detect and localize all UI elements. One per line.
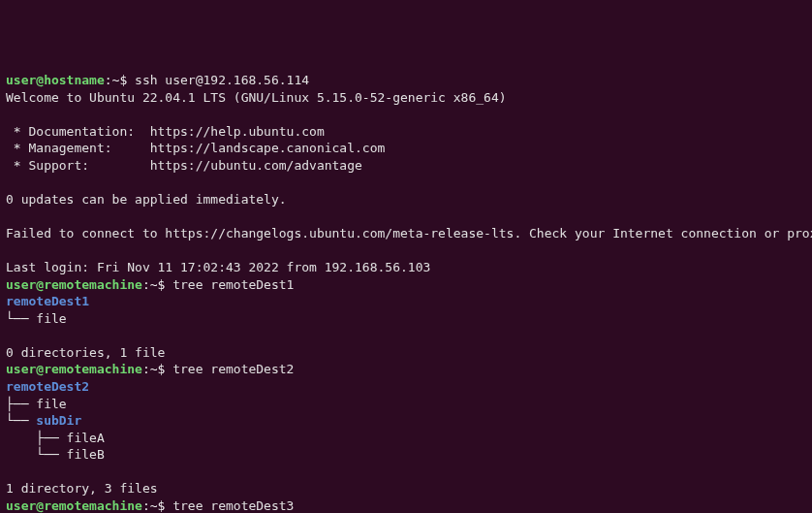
- tree-summary: 1 directory, 3 files: [6, 481, 158, 496]
- welcome-line: Welcome to Ubuntu 22.04.1 LTS (GNU/Linux…: [6, 90, 507, 105]
- command-text: ssh user@192.168.56.114: [135, 73, 309, 87]
- prompt-sep: :~: [142, 362, 158, 376]
- prompt-dollar: $: [158, 498, 173, 513]
- command-text: tree remoteDest3: [172, 498, 294, 513]
- prompt-dollar: $: [158, 277, 173, 292]
- tree-subdir: subDir: [36, 413, 81, 428]
- command-text: tree remoteDest2: [172, 362, 294, 376]
- tree-line: └── fileB: [6, 447, 105, 462]
- tree-line: └── file: [6, 311, 67, 326]
- prompt-sep: :~: [105, 73, 120, 87]
- prompt-dollar: $: [119, 73, 135, 87]
- tree-branch: └──: [6, 413, 36, 428]
- terminal-output[interactable]: user@hostname:~$ ssh user@192.168.56.114…: [6, 72, 806, 513]
- prompt-sep: :~: [142, 498, 158, 513]
- prompt-dollar: $: [158, 362, 173, 376]
- updates-line: 0 updates can be applied immediately.: [6, 192, 287, 207]
- failed-line: Failed to connect to https://changelogs.…: [6, 226, 812, 240]
- tree-summary: 0 directories, 1 file: [6, 345, 165, 360]
- command-text: tree remoteDest1: [172, 277, 294, 292]
- tree-root-dir: remoteDest1: [6, 294, 89, 308]
- support-link-line: * Support: https://ubuntu.com/advantage: [6, 158, 362, 173]
- doc-link-line: * Documentation: https://help.ubuntu.com: [6, 124, 325, 139]
- prompt-user: user@remotemachine: [6, 362, 142, 376]
- lastlogin-line: Last login: Fri Nov 11 17:02:43 2022 fro…: [6, 260, 430, 274]
- tree-line: ├── fileA: [6, 431, 105, 445]
- prompt-user: user@remotemachine: [6, 277, 142, 292]
- prompt-user: user@remotemachine: [6, 498, 142, 513]
- tree-line: ├── file: [6, 397, 67, 411]
- prompt-user: user@hostname: [6, 73, 105, 87]
- prompt-sep: :~: [142, 277, 158, 292]
- tree-root-dir: remoteDest2: [6, 379, 89, 394]
- mgmt-link-line: * Management: https://landscape.canonica…: [6, 141, 385, 155]
